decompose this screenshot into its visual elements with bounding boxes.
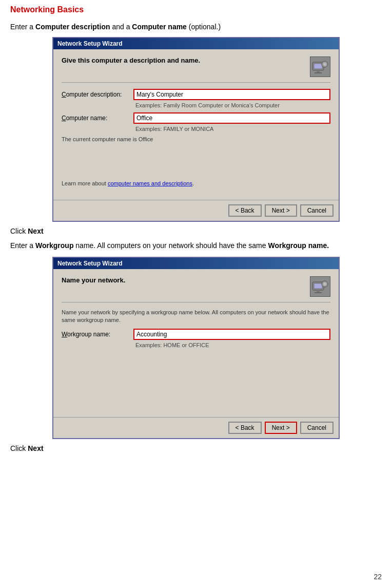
wizard2-divider [62,302,330,302]
computer-description-example: Examples: Family Room Computer or Monica… [135,102,330,108]
workgroup-input-wrap[interactable]: Accounting [133,329,330,340]
wizard1-footer: < Back Next > Cancel [53,200,339,221]
computer-description-row: Computer description: Mary's Computer [62,89,330,100]
workgroup-name-bold: Workgroup name. [268,241,329,250]
svg-rect-7 [314,283,322,289]
current-name-note: The current computer name is Office [62,136,330,142]
click-next-bold: Next [28,227,43,235]
comp-name-label-text: omputer name: [66,115,108,122]
link-prefix: Learn more about [62,180,108,186]
wizard2-icon [310,276,330,297]
click2-prefix: Click [10,444,28,452]
workgroup-name-row: Workgroup name: Accounting [62,329,330,340]
wizard2-header-area: Name your network. [62,276,330,297]
wizard2-title-text: Network Setup Wizard [57,260,123,267]
wizard1-titlebar: Network Setup Wizard [53,38,339,49]
comp-desc-label-text: omputer description: [66,91,122,98]
section2-intro: Enter a Workgroup name. All computers on… [10,241,382,250]
workgroup-label-text: orkgroup name: [67,331,110,338]
computer-name-row: Computer name: Office [62,112,330,124]
svg-point-5 [323,63,326,66]
workgroup-mid: name. All computers on your network shou… [73,241,268,250]
intro-suffix: (optional.) [187,23,221,31]
computer-name-input-wrap[interactable]: Office [133,112,330,124]
intro-prefix: Enter a [10,23,35,31]
svg-rect-2 [317,70,320,72]
computer-name-label: Computer name: [62,115,133,122]
wizard1-divider [62,82,330,83]
computer-description-label: Computer description: [62,91,133,98]
computer-name-value: Office [136,115,327,122]
wizard2-footer: < Back Next > Cancel [53,417,339,438]
click2-next-bold: Next [28,444,43,452]
wizard2-back-button[interactable]: < Back [228,422,262,434]
svg-rect-3 [315,72,322,73]
click-prefix: Click [10,227,28,235]
wizard2-body: Name your network. Name your network by … [53,269,339,417]
computer-name-bold: Computer name [132,23,187,31]
computer-description-bold: Computer description [35,23,110,31]
page-title: Networking Basics [10,5,382,14]
wizard1-next-button[interactable]: Next > [265,204,297,217]
form-link-area: Learn more about computer names and desc… [62,180,330,186]
section1-intro: Enter a Computer description and a Compu… [10,23,382,31]
wizard2-window: Network Setup Wizard Name your network. … [52,257,340,439]
wizard1-back-button[interactable]: < Back [228,204,262,217]
wizard1-cancel-button[interactable]: Cancel [300,204,334,217]
workgroup-name-label: Workgroup name: [62,331,133,338]
wizard1-title-text: Network Setup Wizard [57,40,123,47]
wizard2-desc: Name your network by specifying a workgr… [62,309,330,325]
wizard1-header-title: Give this computer a description and nam… [62,56,200,64]
link-suffix: . [192,180,194,186]
workgroup-bold: Workgroup [35,241,73,250]
svg-point-11 [323,282,326,286]
section2-click-text: Click Next [10,444,382,452]
workgroup-value: Accounting [136,331,327,338]
computer-description-input-wrap[interactable]: Mary's Computer [133,89,330,100]
wizard1-header-area: Give this computer a description and nam… [62,56,330,77]
wizard2-next-button[interactable]: Next > [265,422,297,434]
workgroup-prefix: Enter a [10,241,35,250]
computer-names-link[interactable]: computer names and descriptions [108,180,192,186]
wizard1-window: Network Setup Wizard Give this computer … [52,37,340,222]
workgroup-example: Examples: HOME or OFFICE [135,342,330,348]
svg-rect-9 [315,292,322,293]
page-number: 22 [374,573,382,581]
computer-description-value: Mary's Computer [136,91,327,98]
wizard2-titlebar: Network Setup Wizard [53,258,339,269]
svg-rect-8 [317,290,320,292]
section1-click-text: Click Next [10,227,382,235]
wizard2-cancel-button[interactable]: Cancel [300,422,334,434]
computer-name-example: Examples: FAMILY or MONICA [135,126,330,132]
wizard1-body: Give this computer a description and nam… [53,49,339,200]
intro-mid: and a [110,23,132,31]
wizard1-icon [310,56,330,77]
wizard2-header-title: Name your network. [62,276,125,284]
wizard2-content: Name your network by specifying a workgr… [62,307,330,411]
svg-rect-1 [314,64,322,69]
wizard1-content: Computer description: Mary's Computer Ex… [62,87,330,194]
